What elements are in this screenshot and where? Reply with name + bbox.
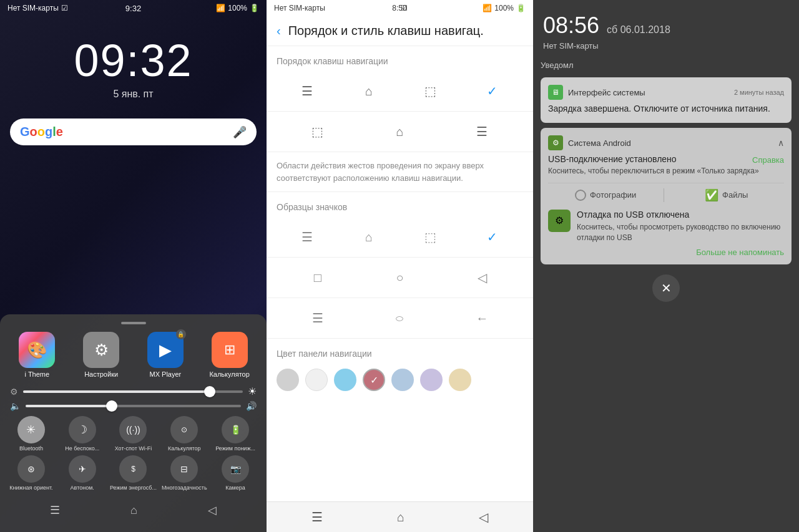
action-files[interactable]: ✅ Файлы [669,188,785,202]
nav-bar-home: ☰ ⌂ ◁ [7,496,259,525]
orientation-btn[interactable]: ⊛ [17,455,45,483]
photos-radio[interactable] [575,190,586,201]
energy-label: Режим энергосб... [110,485,157,491]
mic-icon[interactable]: 🎤 [233,125,247,139]
calculator-icon: ⊞ [212,332,248,368]
calc-btn[interactable]: ⊙ [170,416,198,443]
sample-check[interactable]: ✓ [461,222,523,252]
app-item-settings[interactable]: ⚙ Настройки [72,332,131,378]
swatch-6[interactable] [449,369,471,391]
notification-1[interactable]: 🖥 Интерфейс системы 2 минуты назад Заряд… [541,77,792,123]
nav-option-menu2[interactable]: ☰ [441,117,523,147]
brightness-slider-row: ⚙ ☀ [10,385,257,397]
volume-track[interactable] [26,405,241,407]
notif-2-expand[interactable]: ∧ [778,138,784,148]
nav-back-home[interactable]: ◁ [208,503,217,517]
files-label: Файлы [722,190,748,200]
nav-menu-home[interactable]: ☰ [50,503,60,517]
nav-option-menu[interactable]: ☰ [277,76,338,106]
sample-pill[interactable]: ⬭ [359,303,441,333]
qs-airplane[interactable]: ✈ Автоном. [59,455,106,491]
swatch-2[interactable] [334,369,356,391]
orientation-label: Книжная ориент. [9,485,52,491]
app-item-calculator[interactable]: ⊞ Калькулятор [200,332,259,378]
multitask-label: Многозадачность [162,485,207,491]
nav-back-settings[interactable]: ◁ [479,510,488,525]
swatch-4[interactable] [391,369,414,391]
sample-arrow[interactable]: ← [441,303,523,333]
color-swatches: ✓ [267,364,533,401]
sample-menu2[interactable]: ☰ [277,303,359,333]
hotspot-label: Хот-спот Wi-Fi [115,445,152,452]
app-item-itheme[interactable]: 🎨 i Theme [7,332,67,378]
notif-date: сб 06.01.2018 [607,24,670,36]
notif-2-link[interactable]: Справка [752,155,784,165]
status-time: 9:32 [125,4,141,13]
status-bar-settings: Нет SIM-карты ☑ 8:50 📶 100% 🔋 [267,0,533,16]
qs-battery-saver[interactable]: 🔋 Режим пониж... [212,416,259,452]
settings-icon: ⚙ [83,332,119,368]
brightness-thumb[interactable] [204,386,215,397]
notif-1-time-ago: 2 минуты назад [734,89,784,96]
energy-btn[interactable]: $ [119,455,147,483]
hotspot-btn[interactable]: ((·)) [119,416,147,443]
nav-home-home[interactable]: ⌂ [130,504,137,517]
qs-dnd[interactable]: ☽ Не беспоко... [59,416,106,452]
usb-debug-section[interactable]: ⚙ Отладка по USB отключена Коснитесь, чт… [548,210,784,243]
swatch-1[interactable] [305,369,328,391]
notification-2[interactable]: ⚙ Система Android ∧ USB-подключение уста… [541,128,792,264]
nav-home-settings[interactable]: ⌂ [397,510,404,525]
bluetooth-btn[interactable]: ✳ [17,416,45,443]
nav-menu-settings[interactable]: ☰ [311,510,323,525]
qs-calc[interactable]: ⊙ Калькулятор [160,416,208,452]
nav-option-home2[interactable]: ⌂ [359,117,441,147]
nav-option-home[interactable]: ⌂ [338,76,400,106]
multitask-btn[interactable]: ⊟ [170,455,198,483]
settings-title: Порядок и стиль клавиш навигац. [288,24,484,38]
settings-content: Порядок клавиш навигации ☰ ⌂ ⬚ ✓ ⬚ ⌂ ☰ О… [267,46,533,501]
no-remind-button[interactable]: Больше не напоминать [548,248,784,257]
qs-energy[interactable]: $ Режим энергосб... [110,455,157,491]
sample-triangle[interactable]: ◁ [441,263,523,293]
mxplayer-label: MX Player [150,370,182,378]
dismiss-all-button[interactable]: ✕ [652,274,680,302]
sample-menu[interactable]: ☰ [277,222,338,252]
dnd-label: Не беспоко... [65,445,99,452]
battery-settings: 100% [494,4,514,12]
volume-thumb[interactable] [106,400,117,412]
nav-option-back[interactable]: ⬚ [400,76,462,106]
volume-slider-row: 🔈 🔊 [10,401,257,411]
camera-btn[interactable]: 📷 [222,455,249,483]
nav-option-back2[interactable]: ⬚ [277,117,359,147]
notification-list: Уведомл 🖥 Интерфейс системы 2 минуты наз… [533,56,799,532]
back-button[interactable]: ‹ [277,24,281,38]
action-photos[interactable]: Фотографии [548,188,664,202]
battery-saver-btn[interactable]: 🔋 [222,416,249,443]
notif-1-title: Зарядка завершена. Отключите от источник… [548,104,784,114]
google-search-bar[interactable]: Google 🎤 [10,118,257,145]
swatch-3[interactable]: ✓ [363,369,385,391]
gesture-description: Области действия жестов проведения по эк… [267,152,533,192]
clock-date: 5 янв. пт [0,89,267,100]
sample-circle[interactable]: ○ [359,263,441,293]
lock-badge: 🔒 [176,329,186,339]
qs-camera[interactable]: 📷 Камера [212,455,259,491]
qs-multitask[interactable]: ⊟ Многозадачность [160,455,208,491]
settings-label: Настройки [84,370,118,378]
brightness-track[interactable] [23,390,243,393]
sample-back[interactable]: ⬚ [400,222,462,252]
app-item-mxplayer[interactable]: ▶ 🔒 MX Player [136,332,195,378]
dnd-btn[interactable]: ☽ [69,416,96,443]
sample-square[interactable]: □ [277,263,359,293]
nav-option-check[interactable]: ✓ [461,76,523,106]
notif-2-title: USB-подключение установлено [548,154,677,164]
qs-bluetooth[interactable]: ✳ Bluetooth [7,416,55,452]
airplane-btn[interactable]: ✈ [69,455,96,483]
sample-home[interactable]: ⌂ [338,222,400,252]
qs-hotspot[interactable]: ((·)) Хот-спот Wi-Fi [110,416,157,452]
qs-orientation[interactable]: ⊛ Книжная ориент. [7,455,55,491]
swatch-5[interactable] [420,369,443,391]
notif-1-header: 🖥 Интерфейс системы 2 минуты назад [548,85,784,100]
swatch-0[interactable] [277,369,299,391]
usb-debug-body: Коснитесь, чтобы просмотреть руководство… [577,222,784,243]
